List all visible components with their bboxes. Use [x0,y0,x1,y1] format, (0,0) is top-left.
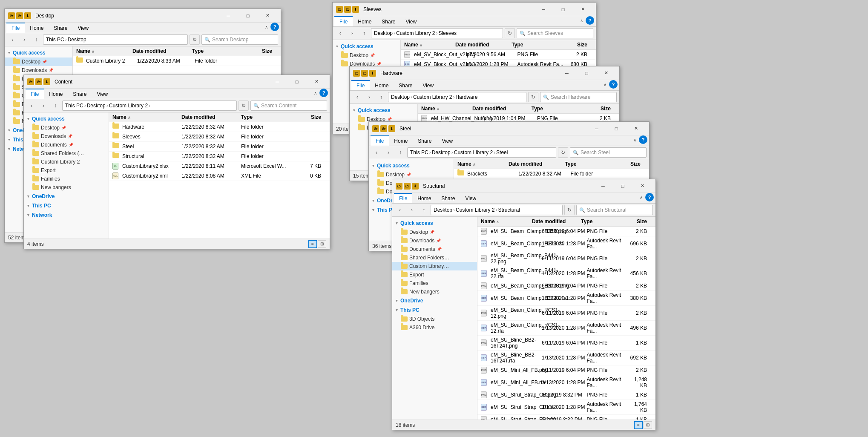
structural-col-name[interactable]: Name ∧ [481,218,532,224]
structural-row-7[interactable]: RFA eM_SU_Beam_Clamp_RCS1-12.rfa 1/13/20… [477,321,655,336]
hardware-nav-qa[interactable]: ▾ Quick access [350,106,417,115]
desktop-refresh-btn[interactable]: ↻ [190,34,200,45]
desktop-up-btn[interactable]: ↑ [31,34,41,45]
structural-address-path[interactable]: Desktop › Custom Library 2 › Structural [431,205,563,215]
structural-back-btn[interactable]: ‹ [395,205,405,215]
content-col-date[interactable]: Date modified [181,114,241,120]
desktop-ribbon-collapse[interactable]: ∧ [262,23,270,31]
structural-forward-btn[interactable]: › [407,205,417,215]
steel-nav-qa[interactable]: ▾ Quick access [369,161,454,170]
hardware-tab-view[interactable]: View [417,80,439,90]
desktop-minimize-btn[interactable]: ─ [218,9,238,23]
content-help-btn[interactable]: ? [319,89,328,97]
structural-nav-3d[interactable]: 3D Objects [392,315,477,323]
content-close-btn[interactable]: ✕ [307,75,326,89]
sleeves-col-size[interactable]: Size [564,42,592,48]
steel-address-path[interactable]: This PC › Desktop › Custom Library 2 › S… [407,147,556,158]
structural-up-btn[interactable]: ↑ [419,205,429,215]
sleeves-close-btn[interactable]: ✕ [573,3,592,16]
desktop-tab-share[interactable]: Share [49,23,72,33]
steel-tab-view[interactable]: View [437,135,458,146]
structural-refresh-btn[interactable]: ↻ [564,205,575,215]
content-row-hardware[interactable]: Hardware 1/22/2020 8:32 AM File folder [109,122,330,132]
content-search-box[interactable]: 🔍 Search Content [250,101,327,111]
hardware-up-btn[interactable]: ↑ [376,92,386,102]
steel-nav-desktop[interactable]: Desktop 📌 [369,170,454,179]
structural-row-11[interactable]: RFA eM_SU_Mini_All_FB.rfa 1/13/2020 1:28… [477,375,655,390]
sleeves-col-type[interactable]: Type [512,42,564,48]
structural-nav-shared[interactable]: Shared Folders… [392,253,477,262]
hardware-tab-file[interactable]: File [351,80,370,90]
content-nav-export[interactable]: Export [24,166,109,175]
hardware-refresh-btn[interactable]: ↻ [528,92,538,102]
content-tab-share[interactable]: Share [68,89,92,99]
steel-maximize-btn[interactable]: □ [606,122,626,135]
hardware-col-date[interactable]: Date modified [472,106,532,112]
structural-col-date[interactable]: Date modified [532,218,581,224]
desktop-close-btn[interactable]: ✕ [258,9,277,23]
content-back-btn[interactable]: ‹ [26,101,37,111]
hardware-close-btn[interactable]: ✕ [596,66,616,80]
structural-nav-customlib[interactable]: Custom Library… [392,262,477,270]
sleeves-maximize-btn[interactable]: □ [553,3,573,16]
sleeves-nav-qa[interactable]: ▾ Quick access [333,42,400,51]
structural-maximize-btn[interactable]: □ [613,179,632,193]
structural-nav-desktop[interactable]: Desktop 📌 [392,228,477,236]
structural-tab-home[interactable]: Home [412,193,436,203]
steel-up-btn[interactable]: ↑ [395,147,405,158]
structural-row-0[interactable]: PNG eM_SU_Beam_Clamp_B355.png 6/11/2019 … [477,227,655,236]
content-view-large[interactable]: ⊞ [318,240,326,248]
steel-ribbon-collapse[interactable]: ∧ [630,135,639,144]
structural-row-12[interactable]: PNG eM_SU_Strut_Strap_CB.png 8/2/2019 8:… [477,390,655,400]
desktop-tab-view[interactable]: View [72,23,94,33]
hardware-maximize-btn[interactable]: □ [577,66,596,80]
hardware-back-btn[interactable]: ‹ [352,92,362,102]
content-nav-downloads[interactable]: Downloads 📌 [24,132,109,141]
desktop-col-date[interactable]: Date modified [132,48,192,54]
desktop-nav-item-downloads[interactable]: Downloads 📌 [5,66,72,75]
desktop-nav-quick-access[interactable]: ▾ Quick access [5,48,72,58]
content-row-xml[interactable]: XML CustomLibrary2.xml 1/22/2020 8:08 AM… [109,171,330,181]
structural-nav-a360[interactable]: A360 Drive [392,323,477,332]
content-nav-onedrive[interactable]: ▾ OneDrive [24,192,109,201]
content-maximize-btn[interactable]: □ [287,75,307,89]
desktop-col-type[interactable]: Type [192,48,247,54]
structural-row-10[interactable]: PNG eM_SU_Mini_All_FB.png 6/11/2019 6:04… [477,365,655,375]
content-view-detail[interactable]: ≡ [308,240,317,248]
content-tab-home[interactable]: Home [44,89,68,99]
content-row-structural[interactable]: Structural 1/22/2020 8:32 AM File folder [109,152,330,161]
sleeves-search-box[interactable]: 🔍 Search Sleeves [517,28,593,38]
structural-nav-thispc[interactable]: ▾ This PC [392,305,477,315]
hardware-tab-home[interactable]: Home [370,80,394,90]
desktop-tab-home[interactable]: Home [25,23,49,33]
desktop-search-box[interactable]: 🔍 Search Desktop [201,34,278,45]
desktop-col-name[interactable]: Name ∧ [76,48,132,54]
hardware-minimize-btn[interactable]: ─ [557,66,577,80]
structural-nav-qa[interactable]: ▾ Quick access [392,218,477,228]
content-ribbon-collapse[interactable]: ∧ [311,89,319,97]
steel-search-box[interactable]: 🔍 Search Steel [570,147,647,158]
steel-help-btn[interactable]: ? [639,135,647,144]
structural-view-detail[interactable]: ≡ [634,421,643,429]
desktop-nav-item-desktop[interactable]: Desktop 📌 [5,58,72,66]
structural-search-box[interactable]: 🔍 Search Structural [576,205,653,215]
structural-nav-export[interactable]: Export [392,270,477,279]
steel-forward-btn[interactable]: › [383,147,394,158]
sleeves-tab-share[interactable]: Share [377,16,400,26]
sleeves-minimize-btn[interactable]: ─ [534,3,553,16]
hardware-address-path[interactable]: Desktop › Custom Library 2 › Hardware [388,92,526,102]
hardware-search-box[interactable]: 🔍 Search Hardware [540,92,617,102]
desktop-back-btn[interactable]: ‹ [7,34,17,45]
structural-row-4[interactable]: PNG eM_SU_Beam_Clamp_B3033.png 6/11/2019… [477,281,655,291]
content-col-size[interactable]: Size [296,114,326,120]
structural-nav-onedrive[interactable]: ▾ OneDrive [392,296,477,305]
structural-close-btn[interactable]: ✕ [632,179,652,193]
structural-tab-file[interactable]: File [394,193,412,203]
content-refresh-btn[interactable]: ↻ [239,101,249,111]
hardware-col-size[interactable]: Size [586,106,616,112]
hardware-tab-share[interactable]: Share [394,80,417,90]
sleeves-col-date[interactable]: Date modified [455,42,512,48]
structural-ribbon-collapse[interactable]: ∧ [637,193,645,201]
structural-help-btn[interactable]: ? [645,193,654,201]
structural-col-size[interactable]: Size [627,218,652,224]
